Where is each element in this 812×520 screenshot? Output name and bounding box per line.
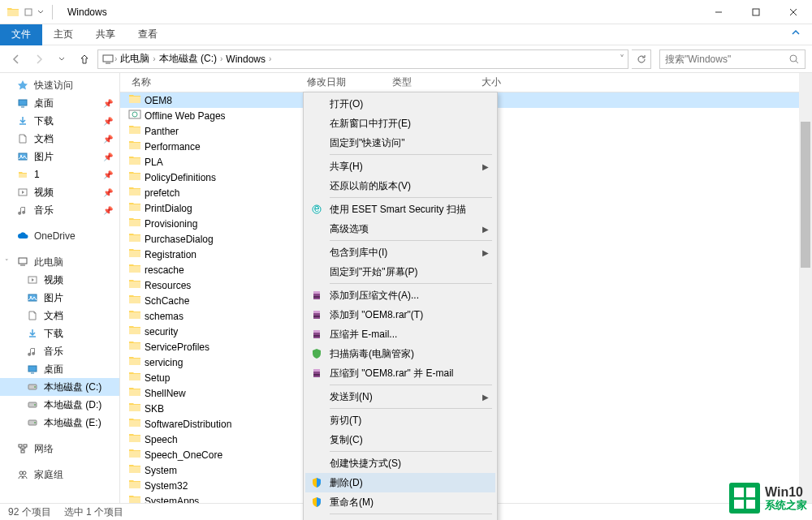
- breadcrumb-item[interactable]: 本地磁盘 (C:): [156, 52, 220, 66]
- column-size[interactable]: 大小: [482, 73, 546, 92]
- scrollbar[interactable]: [799, 73, 812, 503]
- svg-rect-7: [19, 100, 27, 105]
- sidebar-item[interactable]: 音乐: [0, 342, 119, 360]
- tab-home[interactable]: 主页: [42, 24, 84, 45]
- folder-icon: [128, 109, 141, 122]
- breadcrumb[interactable]: › 此电脑 › 本地磁盘 (C:) › Windows › ˅: [97, 49, 628, 69]
- menu-item[interactable]: 包含到库中(I)▶: [305, 243, 495, 262]
- qat-icon[interactable]: [24, 8, 32, 16]
- menu-item[interactable]: 创建快捷方式(S): [305, 453, 495, 473]
- breadcrumb-item[interactable]: 此电脑: [117, 52, 153, 66]
- sidebar-item[interactable]: 1📌: [0, 165, 119, 183]
- column-name[interactable]: 名称: [120, 73, 307, 92]
- dropdown-icon[interactable]: ˅: [620, 54, 624, 65]
- file-name: SystemApps: [145, 496, 199, 504]
- document-icon: [26, 309, 39, 322]
- folder-icon: [128, 155, 141, 169]
- menu-item[interactable]: 删除(D): [305, 473, 495, 492]
- pin-icon: 📌: [103, 206, 113, 215]
- sidebar-quick-access[interactable]: 快速访问: [0, 76, 119, 94]
- menu-item[interactable]: 发送到(N)▶: [305, 387, 495, 406]
- svg-rect-45: [313, 374, 320, 376]
- sidebar: 快速访问 桌面📌下载📌文档📌图片📌1📌视频📌音乐📌 OneDrive ˅ 此电脑…: [0, 73, 120, 503]
- expand-icon[interactable]: ˅: [5, 258, 9, 266]
- menu-item[interactable]: 打开(O): [305, 94, 495, 114]
- svg-point-28: [19, 471, 23, 475]
- menu-item[interactable]: 添加到压缩文件(A)...: [305, 286, 495, 305]
- sidebar-homegroup[interactable]: 家庭组: [0, 466, 119, 483]
- maximize-button[interactable]: [737, 0, 775, 24]
- sidebar-item[interactable]: 桌面📌: [0, 94, 119, 112]
- svg-rect-41: [313, 330, 320, 333]
- chevron-icon[interactable]: ›: [269, 54, 271, 63]
- sidebar-item[interactable]: 视频: [0, 271, 119, 289]
- menu-item[interactable]: 属性(R): [305, 516, 495, 520]
- file-name: Setup: [145, 372, 170, 384]
- pin-icon: 📌: [103, 188, 113, 197]
- sidebar-onedrive[interactable]: OneDrive: [0, 227, 119, 245]
- navigation-bar: › 此电脑 › 本地磁盘 (C:) › Windows › ˅: [0, 45, 812, 73]
- sidebar-network[interactable]: 网络: [0, 440, 119, 458]
- menu-item[interactable]: 复制(C): [305, 430, 495, 449]
- sidebar-item[interactable]: 文档: [0, 307, 119, 324]
- sidebar-item[interactable]: 音乐📌: [0, 201, 119, 219]
- sidebar-item[interactable]: 文档📌: [0, 130, 119, 148]
- ribbon-toggle[interactable]: [780, 28, 812, 41]
- menu-item[interactable]: 共享(H)▶: [305, 157, 495, 176]
- file-name: ServiceProfiles: [145, 342, 209, 353]
- menu-item-label: 删除(D): [330, 476, 363, 490]
- up-button[interactable]: [75, 49, 94, 69]
- breadcrumb-item[interactable]: Windows: [222, 54, 269, 65]
- sidebar-item[interactable]: 图片📌: [0, 148, 119, 165]
- tab-file[interactable]: 文件: [0, 24, 42, 45]
- folder-icon: [128, 417, 141, 431]
- sidebar-item[interactable]: 下载: [0, 324, 119, 342]
- svg-rect-17: [28, 366, 37, 372]
- menu-separator: [330, 240, 492, 241]
- search-input[interactable]: [665, 54, 788, 65]
- folder-icon: [128, 263, 141, 277]
- sidebar-item[interactable]: 本地磁盘 (E:): [0, 414, 119, 432]
- minimize-button[interactable]: [700, 0, 737, 24]
- menu-item[interactable]: 还原以前的版本(V): [305, 176, 495, 196]
- shield-icon: [310, 496, 323, 509]
- back-button[interactable]: [6, 49, 26, 69]
- menu-item[interactable]: 剪切(T): [305, 410, 495, 430]
- menu-item[interactable]: 扫描病毒(电脑管家): [305, 344, 495, 363]
- sidebar-item-label: 音乐: [44, 345, 63, 359]
- close-button[interactable]: [775, 0, 812, 24]
- search-box[interactable]: [659, 49, 806, 69]
- sidebar-item[interactable]: 视频📌: [0, 183, 119, 201]
- sidebar-item[interactable]: 本地磁盘 (D:): [0, 396, 119, 414]
- forward-button[interactable]: [29, 49, 49, 69]
- sidebar-item[interactable]: 下载📌: [0, 112, 119, 130]
- rar-icon: [310, 308, 323, 321]
- sidebar-item[interactable]: 图片: [0, 289, 119, 307]
- menu-item[interactable]: 高级选项▶: [305, 219, 495, 239]
- sidebar-item[interactable]: 桌面: [0, 360, 119, 378]
- folder-icon: [128, 386, 141, 400]
- menu-item[interactable]: 固定到"快速访问": [305, 133, 495, 153]
- ribbon-tabs: 文件 主页 共享 查看: [0, 24, 812, 45]
- menu-item-label: 添加到 "OEM8.rar"(T): [330, 308, 423, 322]
- tab-view[interactable]: 查看: [127, 24, 169, 45]
- menu-item[interactable]: 添加到 "OEM8.rar"(T): [305, 305, 495, 324]
- menu-item[interactable]: 重命名(M): [305, 492, 495, 512]
- menu-item[interactable]: 压缩到 "OEM8.rar" 并 E-mail: [305, 363, 495, 383]
- sidebar-this-pc[interactable]: ˅ 此电脑: [0, 253, 119, 271]
- refresh-button[interactable]: [632, 49, 651, 69]
- down-icon[interactable]: [37, 9, 44, 15]
- svg-line-6: [796, 61, 798, 63]
- folder-icon: [128, 371, 141, 385]
- column-date[interactable]: 修改日期: [307, 73, 392, 92]
- tab-share[interactable]: 共享: [84, 24, 127, 45]
- menu-item[interactable]: 压缩并 E-mail...: [305, 324, 495, 344]
- scrollbar-thumb[interactable]: [801, 122, 810, 268]
- column-type[interactable]: 类型: [392, 73, 482, 92]
- menu-item[interactable]: 固定到"开始"屏幕(P): [305, 262, 495, 281]
- menu-item[interactable]: e使用 ESET Smart Security 扫描: [305, 200, 495, 219]
- menu-separator: [330, 514, 492, 514]
- recent-button[interactable]: [52, 49, 71, 69]
- sidebar-item[interactable]: 本地磁盘 (C:): [0, 378, 119, 396]
- menu-item[interactable]: 在新窗口中打开(E): [305, 114, 495, 133]
